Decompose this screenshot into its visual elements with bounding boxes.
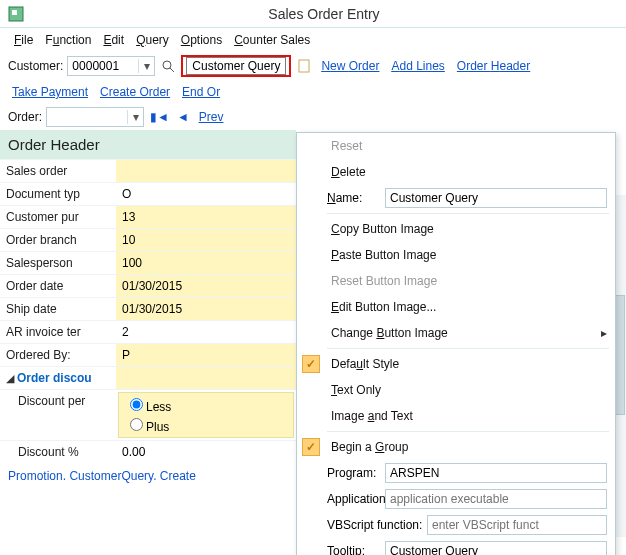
footer-links: Promotion. CustomerQuery. Create [0, 463, 296, 489]
sales-order-label: Sales order [0, 160, 116, 182]
context-menu: Reset Delete Name: Copy Button Image Pas… [296, 132, 616, 555]
create-link[interactable]: Create [160, 469, 196, 483]
order-branch-label: Order branch [0, 229, 116, 251]
chevron-right-icon: ▸ [601, 326, 615, 340]
chevron-down-icon[interactable]: ▾ [138, 59, 154, 73]
ctx-application-label: Application: [297, 492, 385, 506]
ctx-image-and-text[interactable]: Image and Text [297, 403, 615, 429]
end-order-button[interactable]: End Or [178, 83, 224, 101]
ctx-program-row: Program: [297, 460, 615, 486]
toolbar-2: Take Payment Create Order End Or [0, 80, 626, 104]
ctx-edit-image[interactable]: Edit Button Image... [297, 294, 615, 320]
salesperson-value[interactable]: 100 [116, 252, 296, 274]
menu-function[interactable]: Function [41, 31, 95, 49]
salesperson-label: Salesperson [0, 252, 116, 274]
ctx-application-input[interactable] [385, 489, 607, 509]
new-order-icon [295, 57, 313, 75]
customer-combo[interactable]: ▾ [67, 56, 155, 76]
ctx-name-input[interactable] [385, 188, 607, 208]
take-payment-button[interactable]: Take Payment [8, 83, 92, 101]
discount-per-label: Discount per [0, 390, 116, 440]
ctx-reset: Reset [297, 133, 615, 159]
ship-date-label: Ship date [0, 298, 116, 320]
discount-pct-value[interactable]: 0.00 [116, 441, 296, 463]
ordered-by-label: Ordered By: [0, 344, 116, 366]
doc-type-value[interactable]: O [116, 183, 296, 205]
ordered-by-value[interactable]: P [116, 344, 296, 366]
toolbar-1: Customer: ▾ Customer Query New Order Add… [0, 52, 626, 80]
customer-label: Customer: [8, 59, 63, 73]
app-icon [8, 6, 24, 22]
customer-po-label: Customer pur [0, 206, 116, 228]
chevron-down-icon[interactable]: ▾ [127, 110, 143, 124]
customer-query-link[interactable]: CustomerQuery [69, 469, 153, 483]
customer-po-value[interactable]: 13 [116, 206, 296, 228]
radio-less[interactable]: Less [125, 395, 287, 415]
window-title: Sales Order Entry [30, 6, 618, 22]
ctx-text-only[interactable]: Text Only [297, 377, 615, 403]
svg-rect-1 [12, 10, 17, 15]
search-icon[interactable] [159, 57, 177, 75]
radio-plus-input[interactable] [130, 418, 143, 431]
new-order-button[interactable]: New Order [317, 57, 383, 75]
prev-button[interactable]: Prev [195, 108, 228, 126]
order-discount-group[interactable]: ◢Order discou [0, 367, 116, 389]
ctx-tooltip-label: Tooltip: [297, 544, 385, 555]
ctx-reset-image: Reset Button Image [297, 268, 615, 294]
add-lines-button[interactable]: Add Lines [387, 57, 448, 75]
customer-query-button-highlight: Customer Query [181, 55, 291, 77]
order-date-label: Order date [0, 275, 116, 297]
svg-rect-4 [299, 60, 309, 72]
promotion-link[interactable]: Promotion [8, 469, 63, 483]
ctx-vbscript-input[interactable] [427, 515, 607, 535]
order-label: Order: [8, 110, 42, 124]
order-branch-value[interactable]: 10 [116, 229, 296, 251]
ar-terms-value[interactable]: 2 [116, 321, 296, 343]
customer-input[interactable] [68, 57, 138, 75]
menu-counter-sales[interactable]: Counter Sales [230, 31, 314, 49]
create-order-button[interactable]: Create Order [96, 83, 174, 101]
order-combo[interactable]: ▾ [46, 107, 144, 127]
check-icon: ✓ [306, 357, 316, 371]
doc-type-label: Document typ [0, 183, 116, 205]
svg-point-2 [163, 61, 171, 69]
order-discount-value[interactable] [116, 367, 296, 389]
ctx-copy-image[interactable]: Copy Button Image [297, 216, 615, 242]
order-input[interactable] [47, 108, 127, 126]
ctx-default-style[interactable]: ✓Default Style [297, 351, 615, 377]
ctx-name-label: Name: [297, 191, 385, 205]
ctx-vbscript-label: VBScript function: [297, 518, 427, 532]
svg-line-3 [170, 68, 174, 72]
menu-options[interactable]: Options [177, 31, 226, 49]
ctx-tooltip-row: Tooltip: [297, 538, 615, 555]
order-header-button[interactable]: Order Header [453, 57, 534, 75]
ctx-name-row: Name: [297, 185, 615, 211]
radio-less-input[interactable] [130, 398, 143, 411]
order-header-panel: Order Header Sales order Document typO C… [0, 130, 296, 489]
check-icon: ✓ [306, 440, 316, 454]
ctx-vbscript-row: VBScript function: [297, 512, 615, 538]
collapse-icon[interactable]: ◢ [6, 372, 17, 384]
ctx-change-image[interactable]: Change Button Image▸ [297, 320, 615, 346]
ar-terms-label: AR invoice ter [0, 321, 116, 343]
customer-query-button[interactable]: Customer Query [186, 57, 286, 75]
menu-bar: File Function Edit Query Options Counter… [0, 28, 626, 52]
nav-prev-icon[interactable]: ◄ [175, 110, 191, 124]
ctx-program-input[interactable] [385, 463, 607, 483]
nav-first-icon[interactable]: ▮◄ [148, 110, 171, 124]
ctx-paste-image[interactable]: Paste Button Image [297, 242, 615, 268]
ctx-tooltip-input[interactable] [385, 541, 607, 555]
order-bar: Order: ▾ ▮◄ ◄ Prev [0, 104, 626, 130]
sales-order-value[interactable] [116, 160, 296, 182]
discount-per-value: Less Plus [116, 390, 296, 440]
ctx-program-label: Program: [297, 466, 385, 480]
order-date-value[interactable]: 01/30/2015 [116, 275, 296, 297]
ctx-begin-group[interactable]: ✓Begin a Group [297, 434, 615, 460]
menu-edit[interactable]: Edit [99, 31, 128, 49]
radio-plus[interactable]: Plus [125, 415, 287, 435]
menu-query[interactable]: Query [132, 31, 173, 49]
ctx-delete[interactable]: Delete [297, 159, 615, 185]
ctx-application-row: Application: [297, 486, 615, 512]
menu-file[interactable]: File [10, 31, 37, 49]
ship-date-value[interactable]: 01/30/2015 [116, 298, 296, 320]
